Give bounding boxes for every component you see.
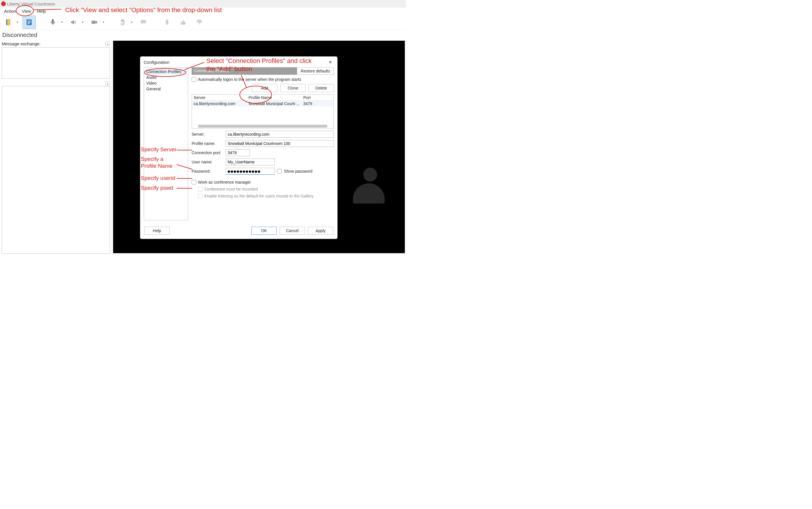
hand-dropdown[interactable]: ▾ — [129, 15, 134, 29]
window-titlebar: Liberty Virtual Courtroom — [0, 0, 406, 7]
close-icon[interactable]: ✕ — [327, 59, 334, 66]
must-record-checkbox — [198, 187, 202, 192]
restore-defaults-button[interactable]: Restore defaults — [297, 67, 334, 75]
menubar: Action View Help — [0, 7, 406, 14]
auto-logon-label: Automatically logon to the server when t… — [198, 77, 301, 82]
mic-dropdown[interactable]: ▾ — [60, 15, 64, 29]
microphone-icon[interactable] — [46, 15, 60, 29]
dialog-sidebar: Connection Profiles Audio Video General — [144, 67, 188, 220]
cell-port: 3479 — [301, 101, 322, 106]
delete-button[interactable]: Delete — [308, 84, 334, 92]
help-button[interactable]: Help — [144, 227, 170, 235]
cell-profile: Snowball Municipal Courtroo... — [247, 101, 301, 106]
show-password-checkbox[interactable] — [277, 169, 282, 173]
apply-button[interactable]: Apply — [308, 227, 333, 235]
svg-rect-8 — [91, 21, 96, 24]
sidebar-item-general[interactable]: General — [145, 86, 187, 92]
password-input[interactable] — [226, 168, 275, 175]
port-label: Connection port: — [192, 150, 223, 155]
sidebar-item-audio[interactable]: Audio — [145, 74, 187, 80]
hand-raise-icon[interactable] — [116, 15, 129, 29]
svg-rect-6 — [52, 19, 54, 23]
collapse-secondary-icon[interactable]: ▴ — [105, 81, 110, 86]
add-button[interactable]: Add — [252, 84, 277, 92]
profiles-table[interactable]: Server Profile Name Port ca.libertyrecor… — [192, 94, 334, 129]
section-title: Connection Profiles — [192, 67, 297, 75]
camera-icon[interactable] — [88, 15, 101, 29]
profile-name-label: Profile name: — [192, 141, 223, 146]
auto-logon-checkbox[interactable] — [192, 77, 196, 82]
server-input[interactable] — [226, 131, 334, 138]
work-as-manager-checkbox[interactable] — [192, 180, 196, 184]
participant-placeholder-icon — [353, 168, 387, 205]
configuration-dialog: Configuration ✕ Connection Profiles Audi… — [140, 56, 338, 239]
svg-rect-1 — [6, 19, 7, 25]
enable-listening-label: Enable listening as the default for user… — [204, 194, 313, 198]
col-port[interactable]: Port — [301, 95, 322, 100]
table-scrollbar[interactable] — [198, 125, 327, 128]
app-title: Liberty Virtual Courtroom — [7, 1, 55, 6]
sidebar-item-connection-profiles[interactable]: Connection Profiles — [145, 69, 187, 74]
server-label: Server: — [192, 132, 223, 137]
thumb-up-icon[interactable] — [177, 15, 190, 29]
speaker-icon[interactable] — [67, 15, 80, 29]
app-icon — [1, 1, 6, 6]
toolbar: ▾ ▾ ▾ ▾ ▾ — [0, 14, 406, 30]
work-as-manager-label: Work as conference manager — [198, 180, 251, 184]
message-exchange-label: Message exchange: — [2, 41, 40, 46]
connection-status: Disconnected — [0, 30, 406, 39]
thumb-down-icon[interactable] — [193, 15, 206, 29]
message-exchange-box[interactable] — [2, 47, 110, 78]
col-server[interactable]: Server — [192, 95, 247, 100]
profile-name-input[interactable] — [226, 140, 334, 147]
left-pane: Message exchange: ▴ ▴ — [0, 39, 112, 254]
username-input[interactable] — [226, 159, 275, 165]
door-exit-icon[interactable] — [2, 15, 15, 29]
menu-view[interactable]: View — [19, 8, 34, 14]
table-row[interactable]: ca.libertyrecording.com Snowball Municip… — [192, 101, 334, 106]
cancel-button[interactable]: Cancel — [280, 227, 305, 235]
cell-server: ca.libertyrecording.com — [192, 101, 247, 106]
sidebar-item-video[interactable]: Video — [145, 80, 187, 86]
glove-icon[interactable] — [160, 15, 174, 29]
password-label: Password: — [192, 169, 223, 173]
camera-dropdown[interactable]: ▾ — [101, 15, 106, 29]
menu-action[interactable]: Action — [1, 8, 19, 14]
clone-button[interactable]: Clone — [280, 84, 305, 92]
menu-help[interactable]: Help — [34, 8, 49, 14]
secondary-box[interactable]: ▴ — [2, 86, 110, 254]
ok-button[interactable]: OK — [251, 227, 277, 235]
chat-icon[interactable] — [137, 15, 150, 29]
dialog-title: Configuration — [144, 60, 170, 65]
door-dropdown[interactable]: ▾ — [15, 15, 20, 29]
username-label: User name: — [192, 160, 223, 164]
must-record-label: Conference must be recorded — [204, 187, 258, 192]
collapse-msg-icon[interactable]: ▴ — [105, 42, 110, 46]
svg-rect-0 — [7, 19, 10, 25]
col-profile[interactable]: Profile Name — [247, 95, 301, 100]
port-input[interactable] — [226, 149, 250, 156]
notes-icon[interactable] — [23, 15, 36, 29]
enable-listening-checkbox — [198, 194, 202, 198]
show-password-label: Show password — [284, 169, 312, 173]
speaker-dropdown[interactable]: ▾ — [80, 15, 85, 29]
